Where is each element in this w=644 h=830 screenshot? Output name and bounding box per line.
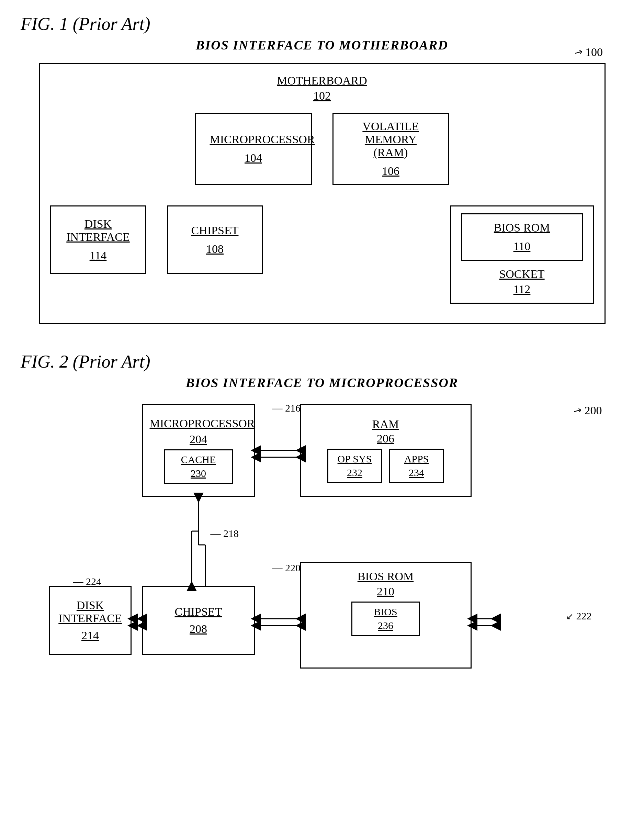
fig2-ref-218: — 218 (210, 528, 239, 539)
fig2-biosrom-box: BIOS ROM 210 BIOS 236 (300, 562, 472, 668)
fig2-ref-222: ↙ 222 (566, 610, 592, 622)
fig2-title: FIG. 2 (Prior Art) (21, 352, 623, 372)
fig2-diagram: ↙ 200 (39, 401, 606, 710)
fig1-microprocessor-box: MICROPROCESSOR 104 (195, 113, 312, 185)
fig1-socket-label: SOCKET 112 (461, 268, 583, 296)
fig1-motherboard-label: MOTHERBOARD 102 (50, 74, 594, 102)
fig1-title: FIG. 1 (Prior Art) (21, 14, 623, 34)
fig1-bottom-row: DISK INTERFACE 114 CHIPSET 108 BIOS ROM … (50, 206, 594, 304)
fig1-disk-interface-box: DISK INTERFACE 114 (50, 206, 146, 274)
fig2-ram-box: RAM 206 OP SYS 232 APPS 234 (300, 404, 472, 497)
fig2-microprocessor-box: MICROPROCESSOR 204 CACHE 230 (142, 404, 255, 497)
fig2-opsys-box: OP SYS 232 (328, 449, 382, 483)
fig2-cache-box: CACHE 230 (164, 449, 233, 484)
fig2-apps-box: APPS 234 (389, 449, 444, 483)
fig1-volatile-memory-box: VOLATILE MEMORY (RAM) 106 (332, 113, 449, 185)
fig1-bios-rom-inner-box: BIOS ROM 110 (461, 213, 583, 261)
fig2-subtitle: BIOS INTERFACE TO MICROPROCESSOR (21, 375, 623, 390)
fig2-bios-inner-box: BIOS 236 (351, 602, 420, 636)
fig2-ram-inner-row: OP SYS 232 APPS 234 (308, 449, 464, 483)
fig1-section: FIG. 1 (Prior Art) BIOS INTERFACE TO MOT… (21, 14, 623, 324)
fig2-ref-224: — 224 (73, 576, 102, 588)
fig1-subtitle: BIOS INTERFACE TO MOTHERBOARD (21, 38, 623, 52)
fig2-ref-220: — 220 (272, 562, 301, 574)
fig1-top-row: MICROPROCESSOR 104 VOLATILE MEMORY (RAM)… (50, 113, 594, 185)
fig2-section: FIG. 2 (Prior Art) BIOS INTERFACE TO MIC… (21, 352, 623, 710)
fig2-ref-200: ↙ 200 (574, 404, 602, 417)
fig1-bios-socket-container: BIOS ROM 110 SOCKET 112 (450, 206, 594, 304)
fig1-ref-100: ↙ 100 (574, 46, 603, 59)
fig2-disk-interface-box: DISK INTERFACE 214 (49, 586, 131, 655)
fig1-chipset-box: CHIPSET 108 (167, 206, 263, 274)
fig1-diagram: MOTHERBOARD 102 MICROPROCESSOR 104 VOLAT… (39, 63, 606, 324)
fig2-ref-216: — 216 (272, 402, 301, 414)
fig2-chipset-box: CHIPSET 208 (142, 586, 255, 655)
